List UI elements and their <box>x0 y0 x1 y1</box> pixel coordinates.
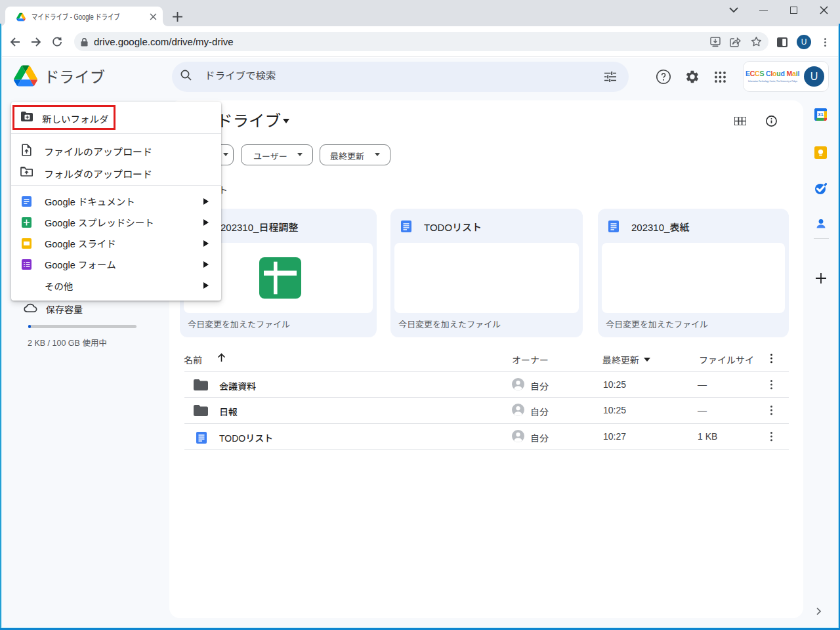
svg-text:31: 31 <box>818 112 823 117</box>
